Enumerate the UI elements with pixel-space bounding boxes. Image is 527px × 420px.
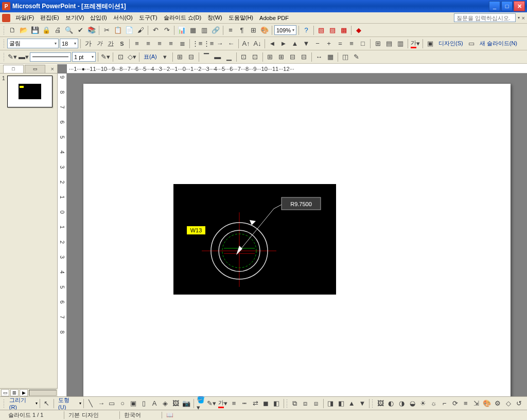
set-transparent-icon[interactable]: ◇	[503, 398, 513, 409]
table-caret-icon[interactable]: ▾	[160, 52, 170, 62]
recolor-icon[interactable]: 🎨	[482, 398, 492, 409]
font-color-icon[interactable]: 가▾	[410, 39, 420, 49]
toolbar-grip[interactable]	[3, 399, 5, 408]
bullets-icon[interactable]: ⋮≡	[203, 39, 214, 49]
menu-adobepdf[interactable]: Adobe PDF	[256, 14, 292, 22]
help-icon[interactable]: ?	[301, 25, 311, 35]
grid-settings-icon[interactable]: ⊞	[373, 39, 383, 49]
spellcheck-icon[interactable]: ✔	[75, 25, 85, 35]
menu-insert[interactable]: 삽입(I)	[87, 13, 110, 23]
less-contrast-icon[interactable]: ◒	[408, 398, 417, 409]
cad-image[interactable]: R9.7500 W13	[173, 184, 336, 295]
font-combo[interactable]: 굴림▾	[7, 39, 59, 48]
decrease-font-icon[interactable]: A↓	[252, 39, 262, 49]
status-spell-icon[interactable]: 📖	[162, 412, 173, 418]
distribute-cols-icon[interactable]: ⊡	[250, 52, 260, 62]
collapse-icon[interactable]: −	[312, 39, 323, 49]
merge-cells-icon[interactable]: ⊞	[175, 52, 185, 62]
crop-icon[interactable]: ⌐	[440, 398, 449, 409]
autofit-icon[interactable]: ↔	[314, 52, 324, 62]
ungroup-icon[interactable]: ⧈	[301, 398, 310, 409]
menu-tools[interactable]: 도구(T)	[136, 13, 161, 23]
menu-window[interactable]: 창(W)	[204, 13, 225, 23]
format-painter-icon[interactable]: 🖌	[135, 25, 146, 35]
pdf-review-icon[interactable]: ▩	[339, 25, 349, 35]
align-center-icon[interactable]: ≡	[143, 39, 153, 49]
move-up-icon[interactable]: ▲	[290, 39, 300, 49]
vertical-textbox-icon[interactable]: ▯	[139, 398, 149, 409]
guides-icon[interactable]: ▥	[395, 39, 406, 49]
shadow-icon[interactable]: S	[117, 39, 127, 49]
help-search-input[interactable]	[454, 13, 516, 22]
hyperlink-icon[interactable]: 🔗	[210, 25, 221, 35]
tab-outline[interactable]: □	[3, 65, 24, 73]
maximize-button[interactable]: □	[501, 1, 513, 11]
font-color-d-icon[interactable]: 가▾	[218, 398, 228, 409]
send-backward-icon[interactable]: ▼	[358, 398, 367, 409]
show-formatting-icon[interactable]: ¶	[237, 25, 247, 35]
bring-front-icon[interactable]: ◨	[325, 398, 335, 409]
view-scroll[interactable]	[29, 390, 57, 396]
copy-icon[interactable]: 📋	[113, 25, 123, 35]
line-weight-combo[interactable]: 1 pt▾	[72, 52, 96, 62]
insert-rows-icon[interactable]: ⊞	[265, 52, 275, 62]
compress-icon[interactable]: ⇲	[471, 398, 481, 409]
table-button[interactable]: 표(A)	[142, 52, 159, 62]
more-contrast-icon[interactable]: ◑	[397, 398, 407, 409]
move-down-icon[interactable]: ▼	[301, 39, 311, 49]
thumbnail-item[interactable]: 1	[2, 76, 55, 107]
demote-icon[interactable]: ►	[278, 39, 289, 49]
draw-table-icon[interactable]: ✎	[352, 52, 362, 62]
zoom-combo[interactable]: 109%▾	[274, 25, 296, 35]
line-icon[interactable]: ╲	[86, 398, 96, 409]
new-slide-button[interactable]: 새 슬라이드(N)	[478, 39, 519, 48]
grid-icon[interactable]: ⊞	[248, 25, 258, 35]
minimize-button[interactable]: _	[489, 1, 500, 11]
align-middle-icon[interactable]: ▬	[213, 52, 223, 62]
ruler-vertical[interactable]: 9 8 7 6 5 4 3 2 1 0 1 2 3 4 5 6 7 8	[58, 74, 67, 396]
3d-style-icon[interactable]: ◧	[272, 398, 282, 409]
color-mode-icon[interactable]: ◐	[387, 398, 396, 409]
ruler-icon[interactable]: ▤	[384, 39, 394, 49]
menu-file[interactable]: 파일(F)	[12, 13, 37, 23]
numbering-icon[interactable]: ⋮≡	[192, 39, 202, 49]
textbox-icon[interactable]: ▣	[128, 398, 138, 409]
toolbar-grip[interactable]	[372, 399, 374, 408]
picture-icon[interactable]: 📷	[182, 398, 191, 409]
help-close-icon[interactable]: ×	[522, 15, 525, 21]
border-top-icon[interactable]: ⊡	[115, 52, 126, 62]
toolbar-grip[interactable]	[3, 39, 5, 48]
toolbar-grip[interactable]	[3, 26, 5, 35]
new-slide-icon[interactable]: ▭	[466, 39, 477, 49]
pen-color-icon[interactable]: ✎▾	[100, 52, 111, 62]
paste-icon[interactable]: 📄	[124, 25, 134, 35]
bold-icon[interactable]: 가	[83, 39, 93, 49]
ruler-horizontal[interactable]: ···1···●···11···10···9···8···7···6···5··…	[67, 64, 527, 74]
print-preview-icon[interactable]: 🔍	[64, 25, 74, 35]
rotate-icon[interactable]: ⟳	[450, 398, 460, 409]
format-picture-icon[interactable]: ⚙	[493, 398, 503, 409]
insert-picture-icon[interactable]: 🖼	[376, 398, 385, 409]
design-icon[interactable]: ▣	[425, 39, 435, 49]
italic-icon[interactable]: 가	[94, 39, 104, 49]
chart-icon[interactable]: 📊	[177, 25, 187, 35]
sorter-view-icon[interactable]: ⊞	[10, 389, 19, 396]
slide[interactable]: R9.7500 W13	[83, 84, 511, 396]
research-icon[interactable]: 📚	[86, 25, 97, 35]
save-icon[interactable]: 💾	[30, 25, 40, 35]
pdf-icon[interactable]: ▧	[316, 25, 326, 35]
color-icon[interactable]: 🎨	[259, 25, 270, 35]
tab-slides[interactable]: ▭	[25, 65, 45, 73]
distribute-rows-icon[interactable]: ⊡	[239, 52, 249, 62]
align-top-icon[interactable]: ▔	[201, 52, 212, 62]
close-button[interactable]: ✕	[514, 1, 525, 11]
send-back-icon[interactable]: ◧	[336, 398, 346, 409]
toolbar-grip[interactable]	[3, 52, 5, 62]
cut-icon[interactable]: ✂	[101, 25, 112, 35]
tabs-close-icon[interactable]: ×	[51, 66, 54, 72]
increase-indent-icon[interactable]: →	[215, 39, 225, 49]
table-icon[interactable]: ▦	[188, 25, 198, 35]
select-icon[interactable]: ↖	[42, 398, 51, 409]
distribute-icon[interactable]: ≣	[177, 39, 187, 49]
diagram-icon[interactable]: ◈	[161, 398, 170, 409]
